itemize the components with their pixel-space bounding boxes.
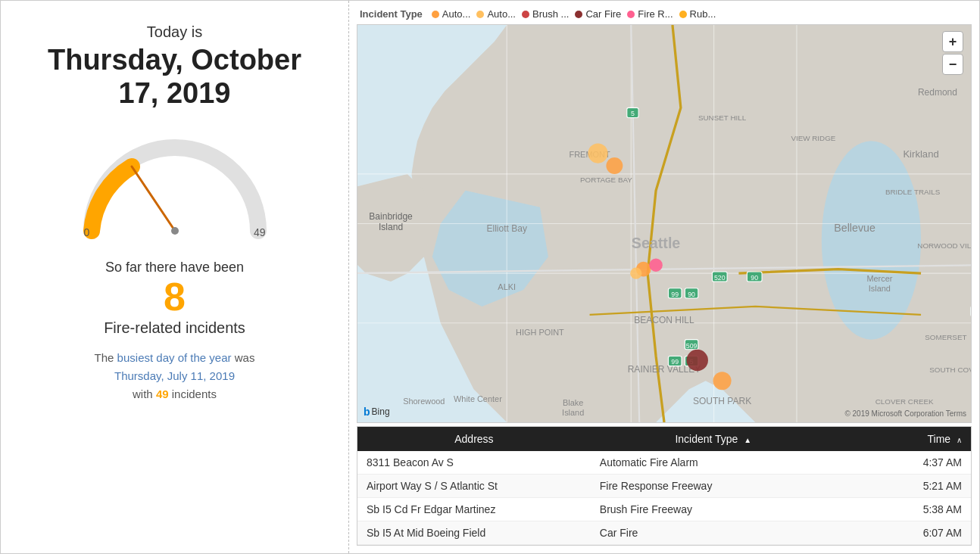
- table-row: Sb I5 Cd Fr Edgar Martinez Brush Fire Fr…: [357, 498, 971, 521]
- gauge-max-label: 49: [254, 226, 266, 238]
- cell-address: Airport Way S / S Atlantic St: [357, 475, 591, 498]
- svg-text:Redmond: Redmond: [918, 87, 957, 98]
- busiest-prefix: The: [95, 351, 117, 364]
- svg-text:99: 99: [671, 358, 679, 366]
- so-far-text: So far there have been: [105, 260, 244, 275]
- svg-text:Island: Island: [562, 408, 584, 417]
- bing-b-icon: b: [364, 406, 370, 418]
- legend-label-4: Fire R...: [638, 8, 673, 20]
- busiest-text: The busiest day of the year was Thursday…: [95, 349, 255, 403]
- svg-text:CLOVER CREEK: CLOVER CREEK: [875, 397, 934, 406]
- svg-text:ALKI: ALKI: [498, 282, 516, 291]
- svg-text:Kirkland: Kirkland: [903, 148, 938, 160]
- cell-type: Fire Response Freeway: [591, 475, 836, 498]
- legend-item-0: Auto...: [432, 8, 471, 20]
- date-display: Thursday, October 17, 2019: [48, 44, 301, 110]
- legend-dot-4: [627, 11, 635, 18]
- col-header-type[interactable]: Incident Type ▲: [591, 427, 836, 451]
- left-panel: Today is Thursday, October 17, 2019 0 49…: [1, 1, 349, 553]
- table-row: 8311 Beacon Av S Automatic Fire Alarm 4:…: [357, 451, 971, 475]
- legend-item-5: Rub...: [679, 8, 716, 20]
- busiest-date: Thursday, July 11, 2019: [114, 369, 235, 382]
- date-line2: 17, 2019: [119, 77, 231, 109]
- svg-text:BEACON HILL: BEACON HILL: [634, 315, 694, 325]
- col-header-type-label: Incident Type: [675, 433, 738, 445]
- svg-point-73: [687, 350, 708, 371]
- svg-text:Bellevue: Bellevue: [834, 222, 875, 234]
- legend-dot-2: [522, 11, 529, 18]
- svg-text:VIEW RIDGE: VIEW RIDGE: [791, 134, 835, 142]
- cell-type: Automatic Fire Alarm: [591, 451, 836, 475]
- table-row: Airport Way S / S Atlantic St Fire Respo…: [357, 475, 971, 498]
- date-line1: Thursday, October: [48, 44, 301, 76]
- legend-item-4: Fire R...: [627, 8, 673, 20]
- svg-point-69: [606, 157, 623, 174]
- svg-text:Island: Island: [869, 284, 891, 293]
- legend-item-1: Auto...: [476, 8, 516, 20]
- right-panel: Incident Type Auto... Auto... Brush ... …: [349, 1, 979, 553]
- svg-point-71: [649, 258, 663, 272]
- cell-type: Car Fire: [591, 521, 836, 545]
- legend-label-5: Rub...: [690, 8, 716, 20]
- zoom-in-button[interactable]: +: [942, 31, 963, 52]
- cell-address: Sb I5 At Mid Boeing Field: [357, 521, 591, 545]
- svg-text:Bainbridge: Bainbridge: [369, 211, 413, 222]
- svg-line-0: [132, 167, 175, 231]
- svg-text:Elliott Bay: Elliott Bay: [486, 223, 526, 234]
- cell-time: 6:07 AM: [836, 521, 971, 545]
- svg-text:White Center: White Center: [454, 394, 502, 403]
- svg-point-74: [713, 372, 732, 390]
- svg-text:90: 90: [688, 291, 695, 298]
- gauge-svg: [69, 125, 281, 246]
- legend-bar: Incident Type Auto... Auto... Brush ... …: [357, 8, 972, 20]
- bing-logo: b Bing: [364, 406, 390, 418]
- legend-label-3: Car Fire: [585, 8, 621, 20]
- busiest-link: busiest day of the year: [117, 351, 232, 364]
- legend-title: Incident Type: [360, 8, 423, 20]
- legend-item-3: Car Fire: [575, 8, 621, 20]
- svg-text:PORTAGE BAY: PORTAGE BAY: [580, 176, 632, 184]
- busiest-count: 49: [156, 387, 169, 400]
- cell-address: Sb I5 Cd Fr Edgar Martinez: [357, 498, 591, 521]
- svg-text:SOUTH COVE: SOUTH COVE: [929, 366, 971, 374]
- gauge-min-label: 0: [84, 226, 90, 238]
- svg-text:SUNSET HILL: SUNSET HILL: [698, 114, 747, 122]
- svg-text:SOUTH PARK: SOUTH PARK: [693, 396, 751, 406]
- col-header-address: Address: [357, 427, 591, 451]
- legend-dot-0: [432, 11, 439, 18]
- map-svg: Bainbridge Island Elliott Bay Seattle Be…: [357, 25, 971, 422]
- svg-point-68: [588, 143, 607, 163]
- map-copyright: © 2019 Microsoft Corporation Terms: [844, 409, 966, 418]
- col-header-time-label: Time: [928, 433, 951, 445]
- table-wrapper: Address Incident Type ▲ Time ∧ 8311: [357, 423, 972, 546]
- svg-text:509: 509: [686, 342, 698, 350]
- svg-text:99: 99: [671, 291, 679, 298]
- map-container[interactable]: Bainbridge Island Elliott Bay Seattle Be…: [357, 24, 972, 423]
- svg-text:Mercer: Mercer: [866, 274, 892, 283]
- svg-text:90: 90: [751, 274, 758, 282]
- table-row: Sb I5 At Mid Boeing Field Car Fire 6:07 …: [357, 521, 971, 545]
- cell-time: 5:21 AM: [836, 475, 971, 498]
- busiest-suffix: incidents: [169, 387, 217, 400]
- table-header-row: Address Incident Type ▲ Time ∧: [357, 427, 971, 451]
- today-label: Today is: [147, 23, 202, 41]
- col-header-time[interactable]: Time ∧: [836, 427, 971, 451]
- sort-icon-type: ▲: [744, 436, 751, 444]
- zoom-out-button[interactable]: −: [942, 54, 963, 75]
- svg-point-72: [630, 267, 641, 279]
- gauge-container: 0 49: [69, 125, 281, 246]
- svg-point-1: [171, 227, 179, 235]
- svg-text:SOMERSET: SOMERSET: [925, 333, 966, 341]
- busiest-was: was: [232, 351, 255, 364]
- legend-label-2: Brush ...: [532, 8, 569, 20]
- cell-type: Brush Fire Freeway: [591, 498, 836, 521]
- col-header-address-label: Address: [454, 433, 493, 445]
- legend-item-2: Brush ...: [522, 8, 569, 20]
- svg-text:Seattle: Seattle: [632, 235, 681, 251]
- cell-time: 4:37 AM: [836, 451, 971, 475]
- busiest-with: with: [133, 387, 156, 400]
- svg-text:Island: Island: [379, 222, 403, 232]
- cell-address: 8311 Beacon Av S: [357, 451, 591, 475]
- svg-text:HIGH POINT: HIGH POINT: [516, 328, 564, 337]
- svg-text:520: 520: [714, 274, 726, 282]
